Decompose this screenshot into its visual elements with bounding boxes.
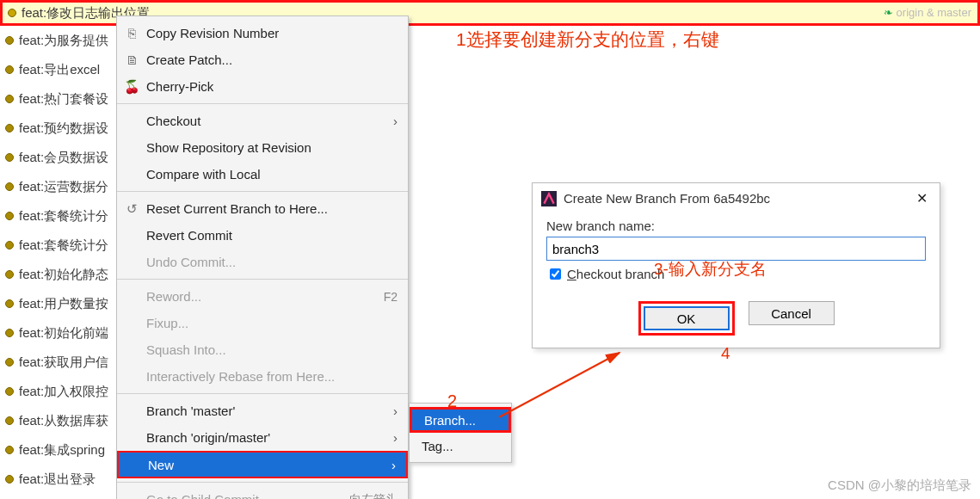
new-submenu: Branch... Tag...: [409, 403, 512, 463]
commit-bullet: [5, 299, 14, 308]
menu-label: Interactively Rebase from Here...: [146, 369, 335, 384]
menu-interactive-rebase: Interactively Rebase from Here...: [117, 363, 408, 390]
menu-label: Reset Current Branch to Here...: [146, 201, 328, 216]
commit-message: feat:预约数据设: [19, 120, 108, 137]
patch-icon: 🗎: [124, 52, 139, 67]
dialog-title: Create New Branch From 6a5492bc: [564, 191, 770, 206]
menu-copy-revision[interactable]: ⎘Copy Revision Number: [117, 20, 408, 46]
submenu-branch[interactable]: Branch...: [410, 407, 511, 433]
ok-button[interactable]: OK: [644, 306, 730, 330]
commit-message: feat:热门套餐设: [19, 91, 108, 108]
menu-label: Squash Into...: [146, 342, 226, 357]
annotation-3: 3-输入新分支名: [654, 258, 767, 280]
menu-reset[interactable]: ↺Reset Current Branch to Here...: [117, 195, 408, 222]
submenu-label: Tag...: [422, 439, 453, 453]
menu-go-child: Go to Child Commit向左箭头: [117, 486, 408, 499]
commit-bullet: [5, 270, 14, 279]
commit-message: feat:集成spring: [19, 442, 105, 459]
menu-cherry-pick[interactable]: 🍒Cherry-Pick: [117, 73, 408, 100]
menu-branch-origin-master[interactable]: Branch 'origin/master'›: [117, 424, 408, 451]
commit-message: feat:套餐统计分: [19, 208, 108, 225]
menu-new[interactable]: New›: [117, 451, 408, 478]
branch-name-label: New branch name:: [546, 219, 926, 233]
commit-bullet: [5, 153, 14, 162]
close-icon[interactable]: ✕: [913, 190, 931, 206]
commit-bullet: [5, 358, 14, 367]
menu-label: Create Patch...: [146, 52, 232, 67]
menu-checkout[interactable]: Checkout›: [117, 108, 408, 134]
menu-fixup: Fixup...: [117, 310, 408, 336]
menu-separator: [117, 393, 408, 394]
annotation-1: 1选择要创建新分支的位置，右键: [456, 28, 719, 52]
copy-icon: ⎘: [124, 26, 139, 40]
menu-squash: Squash Into...: [117, 336, 408, 363]
menu-undo-commit: Undo Commit...: [117, 249, 408, 275]
cancel-button[interactable]: Cancel: [749, 301, 835, 325]
cherry-icon: 🍒: [124, 79, 139, 95]
commit-message: feat:套餐统计分: [19, 237, 108, 254]
menu-label: Branch 'master': [146, 404, 235, 418]
menu-compare-local[interactable]: Compare with Local: [117, 161, 408, 188]
checkbox-label: heckout branch: [576, 267, 665, 281]
commit-bullet: [8, 9, 16, 17]
commit-bullet: [5, 65, 14, 74]
menu-revert[interactable]: Revert Commit: [117, 222, 408, 249]
menu-label: Fixup...: [146, 316, 188, 330]
commit-bullet: [5, 241, 14, 250]
commit-bullet: [5, 329, 14, 337]
annotation-2: 2: [447, 391, 457, 411]
commit-bullet: [5, 182, 14, 191]
chevron-right-icon: ›: [393, 114, 398, 128]
commit-message: feat:退出登录: [19, 471, 96, 488]
menu-label: Copy Revision Number: [146, 26, 279, 40]
tag-icon: ❧: [884, 6, 893, 19]
branch-tag-label: origin & master: [897, 6, 971, 19]
commit-message: feat:获取用户信: [19, 354, 108, 371]
menu-label: Compare with Local: [146, 167, 261, 182]
ok-button-highlight: OK: [638, 301, 735, 336]
commit-bullet: [5, 416, 14, 425]
menu-label: Cherry-Pick: [146, 79, 213, 94]
commit-bullet: [5, 124, 14, 132]
commit-bullet: [5, 95, 14, 103]
branch-name-input[interactable]: [546, 237, 926, 261]
menu-create-patch[interactable]: 🗎Create Patch...: [117, 46, 408, 73]
commit-message: feat:从数据库获: [19, 413, 108, 429]
app-icon: [541, 191, 557, 206]
commit-bullet: [5, 475, 14, 484]
menu-label: Checkout: [146, 114, 200, 128]
menu-label: Go to Child Commit: [146, 492, 259, 499]
chevron-right-icon: ›: [393, 430, 398, 445]
watermark: CSDN @小黎的培培笔录: [828, 477, 971, 494]
menu-label: Branch 'origin/master': [146, 430, 270, 445]
menu-shortcut: 向左箭头: [349, 492, 398, 500]
menu-label: Revert Commit: [146, 228, 232, 243]
branch-tags: ❧ origin & master: [884, 6, 971, 19]
menu-separator: [117, 103, 408, 104]
chevron-right-icon: ›: [393, 404, 398, 418]
commit-message: feat:为服务提供: [19, 33, 108, 49]
commit-message: feat:初始化静态: [19, 267, 108, 283]
menu-separator: [117, 191, 408, 192]
menu-shortcut: F2: [384, 290, 398, 304]
commit-bullet: [5, 212, 14, 220]
commit-bullet: [5, 387, 14, 396]
menu-show-repo[interactable]: Show Repository at Revision: [117, 134, 408, 161]
commit-message: feat:加入权限控: [19, 384, 108, 400]
context-menu: ⎘Copy Revision Number 🗎Create Patch... 🍒…: [116, 15, 409, 499]
menu-separator: [117, 482, 408, 483]
commit-bullet: [5, 446, 14, 454]
commit-message: feat:用户数量按: [19, 296, 108, 312]
commit-message: feat:初始化前端: [19, 325, 108, 342]
menu-branch-master[interactable]: Branch 'master'›: [117, 397, 408, 424]
menu-separator: [117, 279, 408, 280]
commit-message: feat:会员数据设: [19, 150, 108, 166]
submenu-tag[interactable]: Tag...: [410, 433, 511, 459]
commit-message: feat:运营数据分: [19, 179, 108, 195]
menu-label: New: [148, 458, 174, 472]
checkout-checkbox-input[interactable]: [550, 268, 561, 280]
commit-message: feat:导出excel: [19, 62, 100, 78]
menu-reword: Reword...F2: [117, 283, 408, 310]
menu-label: Show Repository at Revision: [146, 140, 311, 155]
submenu-label: Branch...: [424, 413, 476, 428]
